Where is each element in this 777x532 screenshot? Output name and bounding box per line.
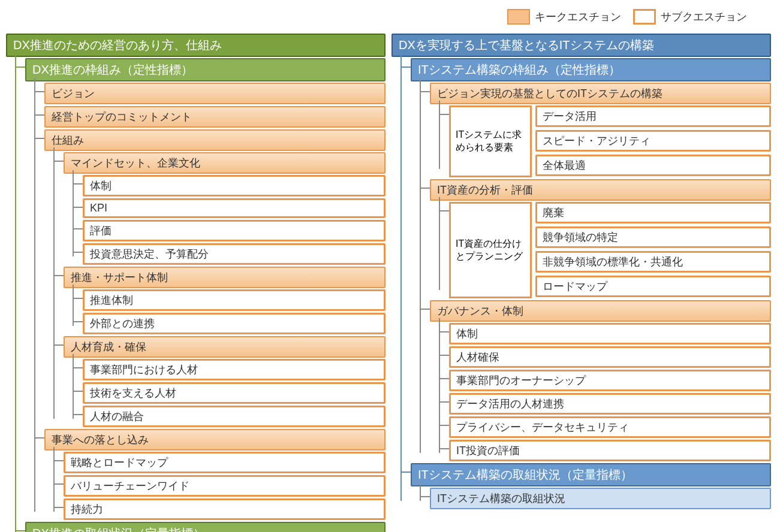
value-chain: バリューチェーンワイド	[64, 475, 386, 497]
left-s1-title: DX推進の枠組み（定性指標）	[25, 58, 386, 81]
it-youso-box: ITシステムに求められる要素	[449, 105, 532, 177]
data-katsuyou: データ活用	[535, 105, 771, 127]
swatch-sub-icon	[633, 9, 656, 25]
jinzai: 人材育成・確保	[64, 336, 386, 358]
suishin-taisei: 推進体制	[83, 289, 386, 311]
jizokuryoku: 持続力	[64, 498, 386, 520]
legend: キークエスチョン サブクエスチョン	[6, 6, 771, 34]
it-shisan-bunseki: IT資産の分析・評価	[430, 179, 771, 201]
right-s2-title: ITシステム構築の取組状況（定量指標）	[411, 463, 771, 486]
it-shiwake-box: IT資産の仕分けとプランニング	[449, 202, 532, 298]
senryaku-roadmap: 戦略とロードマップ	[64, 452, 386, 473]
jinzai-kakuho: 人材確保	[449, 346, 771, 368]
jigyou-jinzai: 事業部門における人材	[83, 359, 386, 380]
vision: ビジョン	[44, 83, 386, 104]
suishin-support: 推進・サポート体制	[64, 267, 386, 288]
roadmap: ロードマップ	[535, 276, 771, 297]
shikumi: 仕組み	[44, 129, 386, 151]
hyouka: 評価	[83, 220, 386, 241]
it-torikumi: ITシステム構築の取組状況	[430, 488, 771, 509]
left-column: DX推進のための経営のあり方、仕組み DX推進の枠組み（定性指標） ビジョン 経…	[6, 34, 386, 532]
kpi: KPI	[83, 198, 386, 218]
haiki: 廃棄	[535, 202, 771, 223]
governance: ガバナンス・体制	[430, 300, 771, 322]
jigyou-ownership: 事業部門のオーナーシップ	[449, 370, 771, 391]
it-youso-label: ITシステムに求められる要素	[456, 129, 525, 154]
vision-it: ビジョン実現の基盤としてのITシステムの構築	[430, 83, 771, 104]
speed-agility: スピード・アジリティ	[535, 130, 771, 152]
jinzai-yuugou: 人材の融合	[83, 406, 386, 427]
gijutsu-jinzai: 技術を支える人材	[83, 382, 386, 404]
data-jinzai-renkei: データ活用の人材連携	[449, 393, 771, 415]
privacy-security: プライバシー、データセキュリティ	[449, 416, 771, 438]
legend-sub: サブクエスチョン	[633, 9, 747, 25]
right-title: DXを実現する上で基盤となるITシステムの構築	[391, 34, 771, 57]
toushi: 投資意思決定、予算配分	[83, 243, 386, 265]
legend-sub-label: サブクエスチョン	[661, 10, 747, 24]
left-s2-title: DX推進の取組状況（定量指標）	[25, 522, 386, 532]
gaibu-renkei: 外部との連携	[83, 313, 386, 334]
taisei: 体制	[83, 175, 386, 197]
swatch-key-icon	[507, 9, 530, 25]
hikyousou-hyoujun: 非競争領域の標準化・共通化	[535, 251, 771, 273]
it-toushi-hyouka: IT投資の評価	[449, 440, 771, 461]
it-shiwake-label: IT資産の仕分けとプランニング	[456, 238, 525, 263]
left-title: DX推進のための経営のあり方、仕組み	[6, 34, 386, 57]
right-s1-title: ITシステム構築の枠組み（定性指標）	[411, 58, 771, 81]
gov-taisei: 体制	[449, 323, 771, 344]
legend-key-label: キークエスチョン	[535, 10, 621, 24]
mindset: マインドセット、企業文化	[64, 152, 386, 174]
legend-key: キークエスチョン	[507, 9, 621, 25]
jigyou-otoshikomi: 事業への落とし込み	[44, 429, 386, 451]
kyousou-tokutei: 競争領域の特定	[535, 226, 771, 248]
top-commitment: 経営トップのコミットメント	[44, 106, 386, 128]
zentai-saiteki: 全体最適	[535, 155, 771, 176]
right-column: DXを実現する上で基盤となるITシステムの構築 ITシステム構築の枠組み（定性指…	[391, 34, 771, 532]
